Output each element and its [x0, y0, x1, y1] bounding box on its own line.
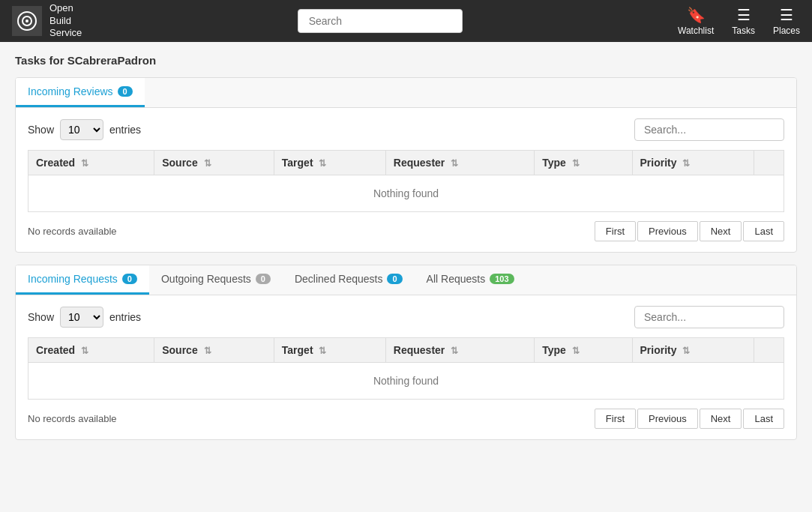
incoming-requests-badge: 0 — [122, 274, 137, 284]
requests-col-priority[interactable]: Priority ⇅ — [632, 338, 754, 363]
tasks-button[interactable]: ☰ Tasks — [732, 6, 755, 36]
sort-created-icon: ⇅ — [81, 158, 88, 169]
reviews-previous-button[interactable]: Previous — [637, 221, 698, 241]
reviews-search-box — [634, 118, 784, 141]
watchlist-button[interactable]: 🔖 Watchlist — [678, 6, 714, 36]
reviews-first-button[interactable]: First — [595, 221, 636, 241]
requests-previous-button[interactable]: Previous — [637, 409, 698, 429]
reviews-records-info: No records available — [28, 226, 117, 237]
sort-req-priority-icon: ⇅ — [682, 346, 690, 356]
all-requests-badge: 103 — [490, 274, 514, 284]
reviews-col-requester[interactable]: Requester ⇅ — [385, 151, 534, 175]
page-title: Tasks for SCabreraPadron — [15, 54, 797, 67]
requests-table-head: Created ⇅ Source ⇅ Target ⇅ Requester — [28, 338, 784, 363]
reviews-table-head: Created ⇅ Source ⇅ Target ⇅ Requester — [28, 151, 784, 175]
reviews-col-created[interactable]: Created ⇅ — [28, 151, 154, 175]
places-button[interactable]: ☰ Places — [773, 6, 800, 36]
brand-logo-icon — [12, 6, 42, 36]
reviews-nothing-found-cell: Nothing found — [28, 175, 784, 212]
sort-priority-icon: ⇅ — [682, 158, 690, 169]
tab-outgoing-requests[interactable]: Outgoing Requests 0 — [149, 265, 283, 295]
reviews-next-button[interactable]: Next — [700, 221, 742, 241]
reviews-show-entries: Show 10 25 50 100 entries — [28, 119, 141, 140]
requests-col-requester[interactable]: Requester ⇅ — [385, 338, 534, 363]
requests-col-actions — [754, 338, 784, 363]
sort-req-source-icon: ⇅ — [204, 346, 211, 356]
sort-requester-icon: ⇅ — [451, 158, 458, 169]
svg-point-3 — [25, 19, 28, 22]
reviews-col-type[interactable]: Type ⇅ — [535, 151, 632, 175]
sort-source-icon: ⇅ — [204, 158, 211, 169]
reviews-nothing-found-row: Nothing found — [28, 175, 784, 212]
requests-card-body: Show 10 25 50 100 entries — [16, 295, 796, 439]
tab-incoming-reviews[interactable]: Incoming Reviews 0 — [16, 78, 145, 107]
reviews-entries-select[interactable]: 10 25 50 100 — [60, 119, 103, 140]
outgoing-requests-badge: 0 — [256, 274, 271, 284]
navbar-brand: Open Build Service — [12, 2, 82, 40]
requests-show-entries: Show 10 25 50 100 entries — [28, 307, 141, 328]
incoming-reviews-card: Incoming Reviews 0 Show 10 25 50 100 ent… — [15, 77, 797, 253]
reviews-pagination: First Previous Next Last — [595, 221, 784, 241]
requests-table: Created ⇅ Source ⇅ Target ⇅ Requester — [28, 337, 784, 400]
reviews-controls-row: Show 10 25 50 100 entries — [28, 118, 784, 141]
reviews-card-body: Show 10 25 50 100 entries — [16, 108, 796, 252]
sort-req-type-icon: ⇅ — [572, 346, 580, 356]
requests-records-info: No records available — [28, 413, 117, 424]
reviews-header-row: Created ⇅ Source ⇅ Target ⇅ Requester — [28, 151, 784, 175]
requests-first-button[interactable]: First — [595, 409, 636, 429]
sort-req-target-icon: ⇅ — [319, 346, 326, 356]
requests-last-button[interactable]: Last — [743, 409, 784, 429]
requests-tabs: Incoming Requests 0 Outgoing Requests 0 … — [16, 265, 796, 295]
requests-header-row: Created ⇅ Source ⇅ Target ⇅ Requester — [28, 338, 784, 363]
sort-req-requester-icon: ⇅ — [451, 346, 458, 356]
declined-requests-badge: 0 — [387, 274, 402, 284]
requests-col-type[interactable]: Type ⇅ — [535, 338, 632, 363]
requests-footer-row: No records available First Previous Next… — [28, 409, 784, 429]
reviews-search-input[interactable] — [634, 118, 784, 141]
reviews-table-body: Nothing found — [28, 175, 784, 212]
reviews-last-button[interactable]: Last — [743, 221, 784, 241]
reviews-footer-row: No records available First Previous Next… — [28, 221, 784, 241]
requests-controls-row: Show 10 25 50 100 entries — [28, 306, 784, 328]
navbar-search-container — [298, 9, 463, 33]
sort-target-icon: ⇅ — [319, 158, 326, 169]
sort-type-icon: ⇅ — [572, 158, 580, 169]
tab-all-requests[interactable]: All Requests 103 — [415, 265, 526, 295]
reviews-tabs: Incoming Reviews 0 — [16, 78, 796, 108]
requests-col-created[interactable]: Created ⇅ — [28, 338, 154, 363]
incoming-requests-card: Incoming Requests 0 Outgoing Requests 0 … — [15, 265, 797, 440]
requests-next-button[interactable]: Next — [700, 409, 742, 429]
requests-entries-select[interactable]: 10 25 50 100 — [60, 307, 103, 328]
tasks-icon: ☰ — [737, 6, 751, 24]
reviews-col-source[interactable]: Source ⇅ — [154, 151, 274, 175]
requests-col-target[interactable]: Target ⇅ — [274, 338, 385, 363]
search-input[interactable] — [298, 9, 463, 33]
requests-nothing-found-row: Nothing found — [28, 363, 784, 400]
navbar: Open Build Service 🔖 Watchlist ☰ Tasks ☰… — [0, 0, 812, 42]
reviews-col-target[interactable]: Target ⇅ — [274, 151, 385, 175]
requests-search-input[interactable] — [634, 306, 784, 328]
reviews-col-actions — [754, 151, 784, 175]
tab-declined-requests[interactable]: Declined Requests 0 — [283, 265, 415, 295]
navbar-actions: 🔖 Watchlist ☰ Tasks ☰ Places — [678, 6, 800, 36]
watchlist-icon: 🔖 — [687, 6, 706, 24]
requests-search-box — [634, 306, 784, 328]
reviews-col-priority[interactable]: Priority ⇅ — [632, 151, 754, 175]
page-content: Tasks for SCabreraPadron Incoming Review… — [0, 42, 812, 464]
brand-text: Open Build Service — [49, 2, 82, 40]
incoming-reviews-badge: 0 — [118, 86, 133, 97]
sort-req-created-icon: ⇅ — [81, 346, 88, 356]
places-icon: ☰ — [780, 6, 793, 24]
requests-col-source[interactable]: Source ⇅ — [154, 338, 274, 363]
requests-pagination: First Previous Next Last — [595, 409, 784, 429]
requests-table-body: Nothing found — [28, 363, 784, 400]
reviews-table: Created ⇅ Source ⇅ Target ⇅ Requester — [28, 150, 784, 212]
requests-nothing-found-cell: Nothing found — [28, 363, 784, 400]
tab-incoming-requests[interactable]: Incoming Requests 0 — [16, 265, 149, 295]
